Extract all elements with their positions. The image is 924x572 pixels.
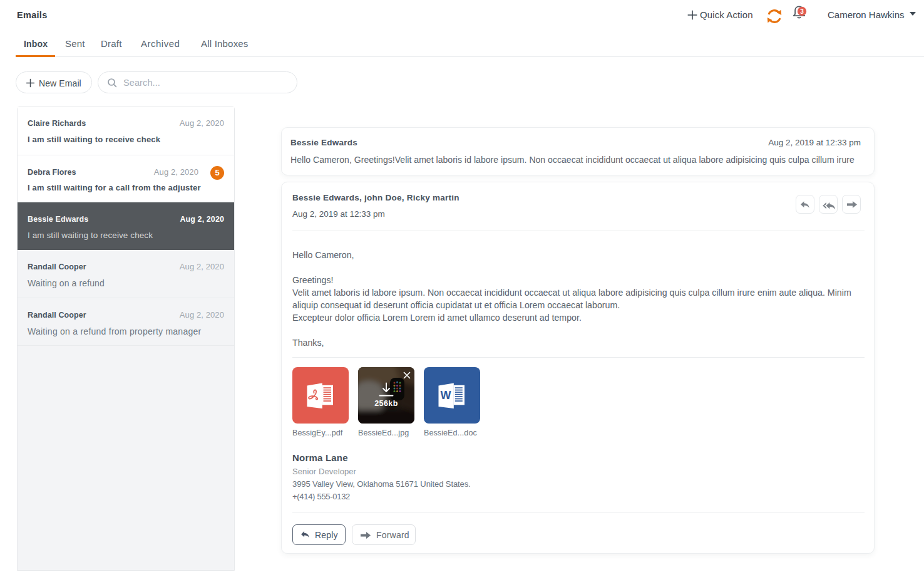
svg-text:256kb: 256kb <box>374 399 398 408</box>
svg-text:3: 3 <box>800 8 804 15</box>
svg-text:W: W <box>441 389 451 402</box>
